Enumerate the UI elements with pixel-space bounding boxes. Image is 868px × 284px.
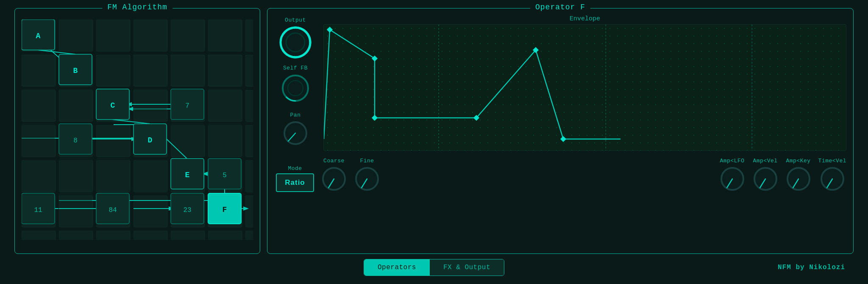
svg-rect-19 xyxy=(208,54,241,85)
svg-rect-18 xyxy=(171,54,204,85)
svg-rect-83 xyxy=(327,27,333,33)
time-vel-label: Time<Vel xyxy=(818,158,846,164)
svg-rect-11 xyxy=(59,19,92,50)
coarse-control: Coarse xyxy=(321,158,347,192)
svg-rect-29 xyxy=(96,159,129,189)
envelope-curve[interactable] xyxy=(324,25,846,150)
mode-label: Mode xyxy=(288,165,302,172)
svg-rect-24 xyxy=(22,124,55,154)
time-vel-knob[interactable] xyxy=(819,166,846,192)
self-fb-knob[interactable] xyxy=(280,73,311,103)
svg-text:F: F xyxy=(223,206,227,214)
pan-knob-group: Pan xyxy=(274,112,317,146)
tab-fx-output[interactable]: FX & Output xyxy=(430,259,504,276)
svg-text:23: 23 xyxy=(183,206,191,214)
svg-text:C: C xyxy=(111,101,115,110)
fm-algorithm-panel: FM Algorithm xyxy=(14,8,260,254)
svg-rect-88 xyxy=(560,136,566,142)
coarse-knob[interactable] xyxy=(321,166,347,192)
envelope-title: Envelope xyxy=(323,15,846,22)
svg-text:11: 11 xyxy=(34,206,42,214)
svg-line-37 xyxy=(113,120,150,124)
mode-button[interactable]: Ratio xyxy=(276,173,314,192)
svg-text:84: 84 xyxy=(108,206,117,214)
output-knob-group: Output xyxy=(274,17,317,60)
svg-point-73 xyxy=(286,33,305,52)
coarse-label: Coarse xyxy=(323,158,345,164)
svg-line-31 xyxy=(38,50,75,54)
amp-lfo-label: Amp<LFO xyxy=(720,158,745,164)
fm-panel-title: FM Algorithm xyxy=(102,3,172,11)
svg-rect-15 xyxy=(208,19,241,50)
fine-label: Fine xyxy=(360,158,374,164)
svg-text:A: A xyxy=(36,32,41,40)
svg-rect-28 xyxy=(59,159,92,189)
svg-rect-17 xyxy=(134,54,167,85)
svg-text:B: B xyxy=(73,67,78,75)
op-panel-title: Operator F xyxy=(530,3,590,11)
envelope-section: Envelope xyxy=(323,15,846,151)
tab-group: Operators FX & Output xyxy=(364,259,504,276)
amp-vel-label: Amp<Vel xyxy=(753,158,778,164)
branding-text: NFM by Nikolozi xyxy=(778,264,845,271)
svg-rect-21 xyxy=(59,89,92,120)
amp-vel-control: Amp<Vel xyxy=(752,158,779,192)
pan-label: Pan xyxy=(290,112,301,118)
svg-rect-26 xyxy=(171,124,204,154)
svg-rect-20 xyxy=(22,89,55,120)
self-fb-knob-group: Self FB xyxy=(274,65,317,103)
svg-marker-46 xyxy=(243,206,249,211)
output-knob[interactable] xyxy=(278,25,313,60)
svg-rect-23 xyxy=(208,89,241,120)
tab-operators[interactable]: Operators xyxy=(364,259,430,276)
svg-text:5: 5 xyxy=(223,172,227,179)
amp-lfo-control: Amp<LFO xyxy=(719,158,746,192)
fine-knob[interactable] xyxy=(354,166,380,192)
svg-text:D: D xyxy=(148,136,153,145)
svg-rect-12 xyxy=(96,19,129,50)
amp-lfo-knob[interactable] xyxy=(719,166,746,192)
amp-vel-knob[interactable] xyxy=(752,166,779,192)
svg-point-75 xyxy=(288,81,303,96)
svg-rect-16 xyxy=(22,54,55,85)
amp-key-knob[interactable] xyxy=(785,166,812,192)
amp-key-label: Amp<Key xyxy=(786,158,811,164)
fm-nodes-area: A B C D E F 7 xyxy=(22,19,253,240)
svg-rect-14 xyxy=(171,19,204,50)
svg-rect-85 xyxy=(372,115,378,121)
fine-control: Fine xyxy=(354,158,380,192)
svg-rect-13 xyxy=(134,19,167,50)
output-label: Output xyxy=(285,17,306,23)
svg-text:7: 7 xyxy=(185,102,189,110)
svg-text:8: 8 xyxy=(73,137,78,145)
svg-text:E: E xyxy=(185,171,190,179)
svg-rect-27 xyxy=(208,124,241,154)
self-fb-label: Self FB xyxy=(283,65,308,71)
amp-key-control: Amp<Key xyxy=(785,158,812,192)
time-vel-control: Time<Vel xyxy=(818,158,846,192)
pan-knob[interactable] xyxy=(282,120,309,146)
svg-rect-84 xyxy=(372,56,378,61)
bottom-bar: Operators FX & Output NFM by Nikolozi xyxy=(14,259,854,276)
operator-f-panel: Operator F Output Self FB xyxy=(267,8,854,254)
mode-control: Mode Ratio xyxy=(276,165,314,192)
fm-connections-svg: A B C D E F 7 xyxy=(22,19,255,240)
